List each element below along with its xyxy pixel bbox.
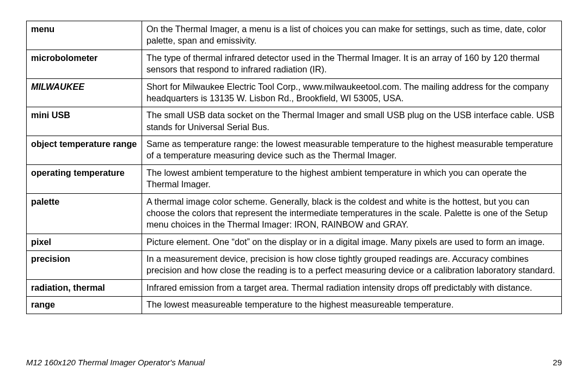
glossary-definition: In a measurement device, precision is ho…: [142, 251, 562, 280]
page-number: 29: [553, 358, 562, 367]
glossary-term: menu: [27, 21, 142, 50]
glossary-term: operating temperature: [27, 164, 142, 193]
glossary-term: range: [27, 297, 142, 314]
glossary-row: menuOn the Thermal Imager, a menu is a l…: [27, 21, 562, 50]
glossary-table: menuOn the Thermal Imager, a menu is a l…: [26, 21, 562, 314]
glossary-term: object temperature range: [27, 136, 142, 165]
glossary-row: mini USBThe small USB data socket on the…: [27, 107, 562, 136]
glossary-definition: A thermal image color scheme. Generally,…: [142, 193, 562, 234]
glossary-definition: Short for Milwaukee Electric Tool Corp.,…: [142, 78, 562, 107]
glossary-term: pixel: [27, 234, 142, 250]
glossary-term: precision: [27, 251, 142, 280]
glossary-definition: On the Thermal Imager, a menu is a list …: [142, 21, 562, 50]
glossary-definition: The type of thermal infrared detector us…: [142, 50, 562, 78]
glossary-term: palette: [27, 193, 142, 234]
glossary-term: mini USB: [27, 107, 142, 136]
glossary-row: precisionIn a measurement device, precis…: [27, 251, 562, 280]
glossary-row: microbolometerThe type of thermal infrar…: [27, 50, 562, 78]
glossary-definition: Same as temperature range: the lowest me…: [142, 136, 562, 165]
glossary-term: radiation, thermal: [27, 279, 142, 296]
glossary-row: rangeThe lowest measureable temperature …: [27, 297, 562, 314]
glossary-definition: The lowest ambient temperature to the hi…: [142, 164, 562, 193]
glossary-row: MILWAUKEEShort for Milwaukee Electric To…: [27, 78, 562, 107]
glossary-row: pixelPicture element. One “dot” on the d…: [27, 234, 562, 250]
glossary-definition: Picture element. One “dot” on the displa…: [142, 234, 562, 250]
glossary-row: operating temperatureThe lowest ambient …: [27, 164, 562, 193]
manual-title: M12 160x120 Thermal Imager Operator's Ma…: [26, 358, 205, 367]
glossary-term: microbolometer: [27, 50, 142, 78]
page-footer: M12 160x120 Thermal Imager Operator's Ma…: [26, 350, 562, 367]
glossary-row: paletteA thermal image color scheme. Gen…: [27, 193, 562, 234]
glossary-term: MILWAUKEE: [27, 78, 142, 107]
glossary-definition: The lowest measureable temperature to th…: [142, 297, 562, 314]
glossary-row: radiation, thermalInfrared emission from…: [27, 279, 562, 296]
glossary-definition: The small USB data socket on the Thermal…: [142, 107, 562, 136]
glossary-definition: Infrared emission from a target area. Th…: [142, 279, 562, 296]
glossary-row: object temperature rangeSame as temperat…: [27, 136, 562, 165]
